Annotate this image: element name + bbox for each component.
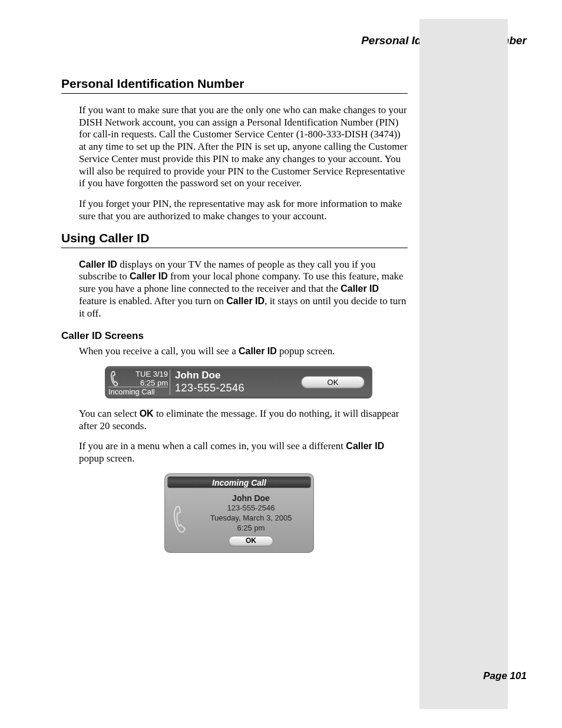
- screens-p3: If you are in a menu when a call comes i…: [79, 440, 408, 465]
- pin-paragraph-1: If you want to make sure that you are th…: [79, 104, 408, 190]
- popup-card-title: Incoming Call: [167, 476, 311, 488]
- page-number: Page 101: [483, 670, 527, 682]
- popup-bar-ok-button[interactable]: OK: [301, 376, 365, 388]
- subsection-heading-screens: Caller ID Screens: [61, 330, 408, 342]
- margin-sidebar: [419, 19, 508, 709]
- callerid-bold-1: Caller ID: [79, 259, 117, 269]
- popup-bar-caller-number: 123-555-2546: [175, 382, 297, 394]
- phone-icon: [110, 370, 123, 390]
- screens-p1: When you receive a call, you will see a …: [79, 345, 408, 358]
- screens-p2-bold: OK: [140, 409, 154, 419]
- screens-p1-bold: Caller ID: [239, 346, 277, 356]
- callerid-popup-card: Incoming Call John Doe 123-555-2546 Tues…: [164, 473, 314, 553]
- popup-card-info: John Doe 123-555-2546 Tuesday, March 3, …: [193, 493, 309, 546]
- popup-bar-time: 6:25 pm: [140, 378, 168, 387]
- section-heading-caller-id: Using Caller ID: [61, 231, 408, 248]
- screens-p3-bold: Caller ID: [346, 441, 384, 451]
- popup-bar-caller-info: John Doe 123-555-2546: [170, 368, 297, 396]
- screens-p2: You can select OK to eliminate the messa…: [79, 408, 408, 432]
- callerid-bold-3: Caller ID: [340, 284, 379, 294]
- popup-bar-date: TUE 3/19: [135, 370, 168, 378]
- popup-card-caller-number: 123-555-2546: [193, 503, 309, 513]
- popup-card-ok-button[interactable]: OK: [229, 536, 273, 546]
- callerid-bold-2: Caller ID: [130, 271, 168, 281]
- callerid-popup-bar: TUE 3/19 6:25 pm Incoming Call John Doe …: [105, 366, 372, 398]
- pin-paragraph-2: If you forget your PIN, the representati…: [79, 198, 408, 222]
- popup-card-date: Tuesday, March 3, 2005: [193, 513, 309, 523]
- popup-card-time: 6:25 pm: [193, 523, 309, 533]
- section-heading-pin: Personal Identification Number: [61, 77, 408, 94]
- popup-card-caller-name: John Doe: [193, 493, 309, 503]
- callerid-intro: Caller ID displays on your TV the names …: [79, 259, 408, 320]
- callerid-bold-4: Caller ID: [226, 296, 265, 306]
- phone-icon: [170, 504, 191, 535]
- popup-bar-caller-name: John Doe: [175, 370, 297, 381]
- popup-bar-left: TUE 3/19 6:25 pm Incoming Call: [108, 368, 170, 396]
